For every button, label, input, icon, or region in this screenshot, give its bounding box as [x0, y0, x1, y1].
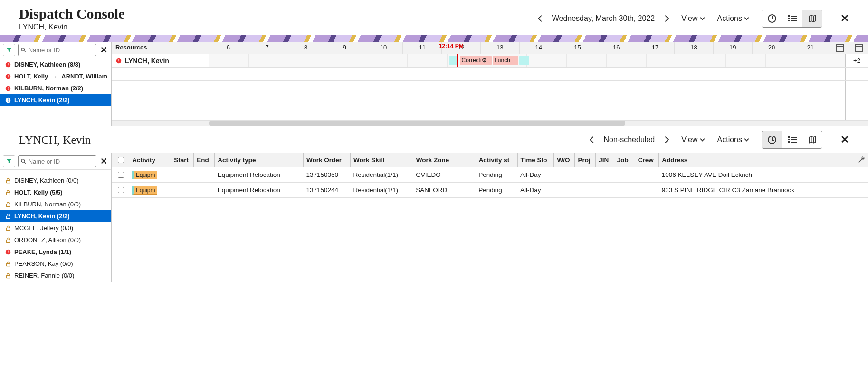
- resource-item[interactable]: REINER, Fannie (0/0): [0, 270, 111, 282]
- resource-item[interactable]: PEAKE, Lynda (1/1): [0, 246, 111, 258]
- panel2-search-input[interactable]: [28, 157, 94, 166]
- resource-item[interactable]: KILBURN, Norman (2/2): [0, 82, 111, 94]
- resource-list: DISNEY, Kathleen (8/8)HOLT, Kelly→ARNDT,…: [0, 58, 111, 106]
- resource-item-label: ARNDT, William: [61, 73, 107, 80]
- column-header[interactable]: [112, 153, 129, 167]
- column-header[interactable]: Activity st: [476, 153, 517, 167]
- panel2-clear-search-button[interactable]: ✕: [99, 156, 108, 166]
- gantt-panel: ✕ DISNEY, Kathleen (8/8)HOLT, Kelly→ARND…: [0, 42, 868, 126]
- resource-item[interactable]: HOLT, Kelly→ARNDT, William: [0, 70, 111, 82]
- gantt-hour: 8: [286, 42, 325, 54]
- search-box[interactable]: [18, 44, 96, 56]
- current-date[interactable]: Wednesday, March 30th, 2022: [552, 14, 655, 23]
- resource-item-label: PEAKE, Lynda (1/1): [14, 248, 71, 255]
- time-view-button[interactable]: [762, 10, 782, 27]
- calendar-button[interactable]: [830, 42, 849, 54]
- svg-rect-3: [8, 63, 8, 65]
- resource-item[interactable]: MCGEE, Jeffery (0/0): [0, 222, 111, 234]
- svg-point-0: [21, 48, 24, 51]
- cell-work-order: 137150350: [304, 167, 351, 183]
- panel2-close-button[interactable]: ✕: [840, 134, 849, 146]
- column-header[interactable]: Proj: [575, 153, 596, 167]
- resource-item[interactable]: DISNEY, Kathleen (0/0): [0, 175, 111, 186]
- actions-menu[interactable]: Actions: [717, 14, 748, 23]
- table-row[interactable]: EquipmEquipment Relocation137150350Resid…: [112, 167, 868, 183]
- cell-work-order: 137150244: [304, 183, 351, 198]
- clear-search-button[interactable]: ✕: [99, 45, 108, 55]
- list-view-button[interactable]: [782, 10, 802, 27]
- panel2-view-menu[interactable]: View: [681, 136, 704, 144]
- chevron-down-icon: [744, 136, 749, 141]
- row-checkbox[interactable]: [118, 172, 124, 178]
- activity-panel: ✕ DISNEY, Kathleen (0/0)HOLT, Kelly (5/5…: [0, 153, 868, 282]
- panel2-list-view-button[interactable]: [782, 131, 802, 148]
- gantt-overflow[interactable]: +2: [845, 54, 868, 67]
- svg-rect-16: [118, 61, 119, 62]
- resource-item-label: DISNEY, Kathleen (0/0): [14, 177, 79, 184]
- gantt-cells[interactable]: Correcti ⚙Lunch: [209, 54, 845, 67]
- resource-item-label: KILBURN, Norman (0/0): [14, 201, 81, 208]
- resource-item-label: LYNCH, Kevin (2/2): [14, 97, 70, 104]
- panel2-filter-label[interactable]: Non-scheduled: [604, 136, 655, 144]
- svg-line-18: [24, 162, 26, 164]
- column-header[interactable]: Activity: [129, 153, 171, 167]
- chevron-down-icon: [700, 15, 705, 20]
- column-header[interactable]: Work Order: [304, 153, 351, 167]
- panel2-filter-button[interactable]: [3, 155, 15, 167]
- row-checkbox[interactable]: [118, 187, 124, 193]
- gantt-row-resource[interactable]: LYNCH, Kevin: [112, 54, 209, 67]
- gantt-activity-block[interactable]: Correcti ⚙: [460, 56, 492, 65]
- activity-chip[interactable]: Equipm: [132, 186, 158, 195]
- gantt-hour: 13: [481, 42, 520, 54]
- table-row[interactable]: EquipmEquipment Relocation137150244Resid…: [112, 183, 868, 198]
- alert-icon: [5, 85, 11, 92]
- resource-item[interactable]: LYNCH, Kevin (2/2): [0, 210, 111, 222]
- resource-item[interactable]: PEARSON, Kay (0/0): [0, 258, 111, 270]
- resource-item-label: ORDONEZ, Allison (0/0): [14, 236, 81, 243]
- view-menu[interactable]: View: [681, 14, 704, 23]
- column-header[interactable]: JIN: [596, 153, 614, 167]
- table-settings-button[interactable]: [854, 153, 868, 167]
- resource-item[interactable]: HOLT, Kelly (5/5): [0, 186, 111, 198]
- filter-icon: [6, 158, 12, 165]
- column-header[interactable]: Time Slo: [517, 153, 554, 167]
- column-header[interactable]: Start: [171, 153, 194, 167]
- gantt-activity-block[interactable]: [519, 56, 529, 65]
- gantt-row: LYNCH, Kevin Correcti ⚙Lunch +2: [112, 54, 868, 68]
- resource-item[interactable]: KILBURN, Norman (0/0): [0, 198, 111, 210]
- prev-day-button[interactable]: [538, 15, 544, 22]
- panel2-map-view-button[interactable]: [802, 131, 822, 148]
- column-header[interactable]: W/O: [554, 153, 575, 167]
- column-header[interactable]: Address: [659, 153, 868, 167]
- svg-point-17: [21, 159, 24, 162]
- panel2-resource-list: DISNEY, Kathleen (0/0)HOLT, Kelly (5/5)K…: [0, 170, 111, 282]
- filter-button[interactable]: [3, 44, 15, 56]
- select-all-checkbox[interactable]: [118, 157, 124, 163]
- alert-icon: [5, 97, 11, 104]
- resource-item[interactable]: DISNEY, Kathleen (8/8): [0, 58, 111, 70]
- panel2-next-button[interactable]: [662, 136, 669, 143]
- activity-chip[interactable]: Equipm: [132, 171, 158, 179]
- gantt-activity-block[interactable]: Lunch: [493, 56, 518, 65]
- panel2-time-view-button[interactable]: [762, 131, 782, 148]
- gantt-h-scrollbar[interactable]: [112, 121, 868, 126]
- map-view-button[interactable]: [802, 10, 822, 27]
- panel2-actions-menu[interactable]: Actions: [717, 136, 748, 144]
- resource-item-label: LYNCH, Kevin (2/2): [14, 213, 70, 220]
- panel2-prev-button[interactable]: [589, 136, 596, 143]
- view-toggle-group: [762, 10, 822, 28]
- column-header[interactable]: End: [194, 153, 215, 167]
- calendar-add-button[interactable]: [849, 42, 868, 54]
- column-header[interactable]: Work Zone: [413, 153, 476, 167]
- column-header[interactable]: Activity type: [215, 153, 304, 167]
- search-input[interactable]: [28, 46, 94, 54]
- panel2-search-box[interactable]: [18, 155, 96, 167]
- column-header[interactable]: Work Skill: [350, 153, 413, 167]
- column-header[interactable]: Crew: [635, 153, 659, 167]
- resource-item[interactable]: LYNCH, Kevin (2/2): [0, 94, 111, 106]
- resource-item[interactable]: ORDONEZ, Allison (0/0): [0, 234, 111, 246]
- next-day-button[interactable]: [662, 15, 669, 22]
- column-header[interactable]: Job: [614, 153, 635, 167]
- svg-rect-28: [7, 263, 10, 266]
- close-button[interactable]: ✕: [840, 12, 849, 25]
